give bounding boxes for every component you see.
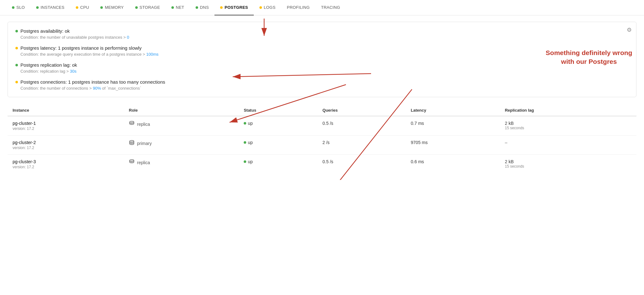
tab-storage-label: STORAGE xyxy=(140,5,160,10)
postgres-status-dot xyxy=(220,6,223,9)
status-indicator: up xyxy=(244,159,312,164)
tab-profiling-label: PROFILING xyxy=(287,5,310,10)
tab-slo-label: SLO xyxy=(16,5,25,10)
nav-tabs: SLOINSTANCESCPUMEMORYSTORAGENETDNSPOSTGR… xyxy=(0,0,644,15)
connections-condition-suffix: of `max_connections` xyxy=(101,86,141,91)
replication-condition-prefix: Condition: replication lag > xyxy=(20,69,70,74)
tab-cpu[interactable]: CPU xyxy=(70,0,95,15)
status-text: up xyxy=(248,159,253,164)
tab-profiling[interactable]: PROFILING xyxy=(281,0,315,15)
up-dot xyxy=(244,141,246,144)
cell-latency: 9705 ms xyxy=(406,136,500,155)
latency-condition-value: 100ms xyxy=(146,52,158,57)
status-indicator: up xyxy=(244,140,312,145)
tab-net-label: NET xyxy=(176,5,184,10)
latency-dot xyxy=(15,47,18,49)
tab-logs[interactable]: LOGS xyxy=(254,0,281,15)
role-text: replica xyxy=(137,160,150,165)
cpu-status-dot xyxy=(76,6,78,9)
tab-tracing[interactable]: TRACING xyxy=(315,0,346,15)
tab-postgres[interactable]: POSTGRES xyxy=(214,0,254,15)
cell-instance[interactable]: pg-cluster-2version: 17.2 xyxy=(8,136,124,155)
role-cell: primary xyxy=(129,140,234,147)
cell-instance[interactable]: pg-cluster-1version: 17.2 xyxy=(8,116,124,136)
status-text: up xyxy=(248,140,253,145)
tab-postgres-label: POSTGRES xyxy=(225,5,248,10)
replication-dot xyxy=(15,64,18,66)
replication-sub: 15 seconds xyxy=(505,164,631,169)
tab-storage[interactable]: STORAGE xyxy=(130,0,166,15)
logs-status-dot xyxy=(259,6,262,9)
replication-condition-value: 30s xyxy=(70,69,76,74)
svg-point-6 xyxy=(130,141,134,142)
status-indicator: up xyxy=(244,121,312,126)
status-item-latency: Postgres latency: 1 postgres instance is… xyxy=(15,45,629,57)
status-item-availability: Postgres availability: okCondition: the … xyxy=(15,28,629,40)
status-title-latency: Postgres latency: 1 postgres instance is… xyxy=(15,45,629,51)
col-header-latency: Latency xyxy=(406,105,500,116)
database-icon xyxy=(129,140,135,147)
availability-dot xyxy=(15,30,18,32)
availability-title-text: Postgres availability: ok xyxy=(20,28,70,34)
connections-condition-prefix: Condition: the number of connections > xyxy=(20,86,93,91)
cell-status: up xyxy=(239,136,317,155)
cell-role: replica xyxy=(124,155,239,174)
instances-status-dot xyxy=(36,6,39,9)
status-title-availability: Postgres availability: ok xyxy=(15,28,629,34)
cell-queries: 2 /s xyxy=(318,136,406,155)
replication-main: 2 kB xyxy=(505,159,631,164)
instance-name: pg-cluster-2 xyxy=(13,140,119,145)
cell-replication-lag: 2 kB15 seconds xyxy=(500,116,636,136)
main-content: ⚙ Postgres availability: okCondition: th… xyxy=(0,15,644,180)
cell-role: replica xyxy=(124,116,239,136)
cell-queries: 0.5 /s xyxy=(318,116,406,136)
tab-instances-label: INSTANCES xyxy=(41,5,64,10)
tab-instances[interactable]: INSTANCES xyxy=(31,0,70,15)
replication-dash: – xyxy=(505,140,507,145)
table-section: InstanceRoleStatusQueriesLatencyReplicat… xyxy=(8,105,636,174)
latency-condition: Condition: the average query execution t… xyxy=(20,52,629,57)
role-text: primary xyxy=(137,141,152,146)
col-header-instance: Instance xyxy=(8,105,124,116)
database-icon xyxy=(129,159,135,166)
cell-instance[interactable]: pg-cluster-3version: 17.2 xyxy=(8,155,124,174)
tab-memory[interactable]: MEMORY xyxy=(95,0,129,15)
replication-sub: 15 seconds xyxy=(505,126,631,130)
storage-status-dot xyxy=(135,6,138,9)
connections-dot xyxy=(15,81,18,83)
status-items: Postgres availability: okCondition: the … xyxy=(15,28,629,91)
gear-button[interactable]: ⚙ xyxy=(627,26,632,33)
tab-memory-label: MEMORY xyxy=(105,5,124,10)
col-header-role: Role xyxy=(124,105,239,116)
availability-condition-prefix: Condition: the number of unavailable pos… xyxy=(20,35,127,40)
connections-title-text: Postgres connections: 1 postgres instanc… xyxy=(20,79,165,85)
tab-slo[interactable]: SLO xyxy=(6,0,31,15)
up-dot xyxy=(244,160,246,163)
col-header-queries: Queries xyxy=(318,105,406,116)
tab-dns[interactable]: DNS xyxy=(190,0,214,15)
cell-latency: 0.7 ms xyxy=(406,116,500,136)
col-header-status: Status xyxy=(239,105,317,116)
instance-version: version: 17.2 xyxy=(13,126,119,131)
cell-replication-lag: – xyxy=(500,136,636,155)
instance-name: pg-cluster-1 xyxy=(13,121,119,126)
database-icon xyxy=(129,121,135,128)
cell-role: primary xyxy=(124,136,239,155)
status-text: up xyxy=(248,121,253,126)
cell-latency: 0.6 ms xyxy=(406,155,500,174)
tab-tracing-label: TRACING xyxy=(321,5,340,10)
cell-status: up xyxy=(239,155,317,174)
svg-point-7 xyxy=(130,160,134,161)
connections-condition-value: 90% xyxy=(93,86,101,91)
connections-condition: Condition: the number of connections > 9… xyxy=(20,86,629,91)
instance-version: version: 17.2 xyxy=(13,146,119,150)
availability-condition-value: 0 xyxy=(127,35,129,40)
col-header-replication-lag: Replication lag xyxy=(500,105,636,116)
cell-queries: 0.5 /s xyxy=(318,155,406,174)
latency-condition-prefix: Condition: the average query execution t… xyxy=(20,52,146,57)
status-card: ⚙ Postgres availability: okCondition: th… xyxy=(8,22,636,97)
tab-net[interactable]: NET xyxy=(166,0,190,15)
status-item-replication: Postgres replication lag: okCondition: r… xyxy=(15,62,629,74)
instances-table: InstanceRoleStatusQueriesLatencyReplicat… xyxy=(8,105,636,174)
tab-cpu-label: CPU xyxy=(80,5,89,10)
